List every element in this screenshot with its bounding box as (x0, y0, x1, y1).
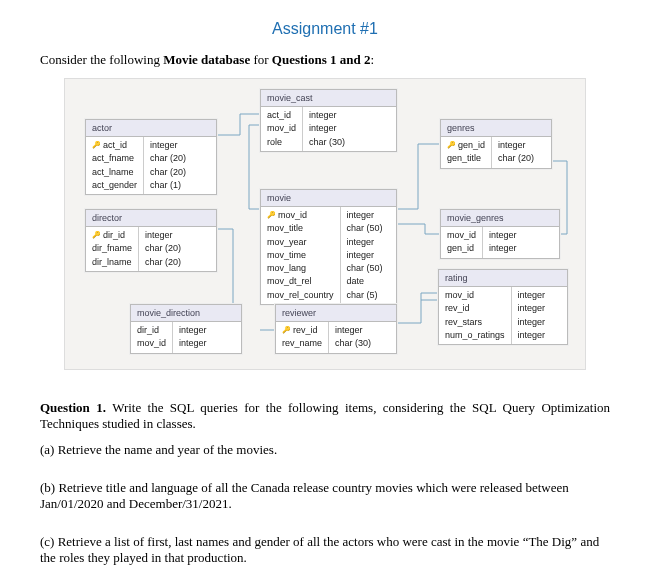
table-actor: actor act_id act_fname act_lname act_gen… (85, 119, 217, 195)
col-type: integer (329, 324, 377, 337)
table-title: actor (86, 120, 216, 137)
table-director: director dir_id dir_fname dir_lname inte… (85, 209, 217, 272)
col-type: char (20) (144, 152, 192, 165)
intro-prefix: Consider the following (40, 52, 163, 67)
intro-suffix: : (370, 52, 374, 67)
col-type: char (5) (341, 289, 389, 302)
col-type: integer (512, 329, 552, 342)
col-name: rev_stars (439, 316, 511, 329)
col-type: integer (492, 139, 540, 152)
col-name: mov_time (261, 249, 340, 262)
col-name: rev_name (276, 337, 328, 350)
col-name: mov_id (261, 209, 340, 222)
table-title: reviewer (276, 305, 396, 322)
col-type: integer (512, 316, 552, 329)
intro-text: Consider the following Movie database fo… (40, 52, 610, 68)
page-title: Assignment #1 (40, 20, 610, 38)
col-name: mov_id (441, 229, 482, 242)
col-type: integer (483, 242, 523, 255)
col-name: dir_id (131, 324, 172, 337)
table-movie: movie mov_id mov_title mov_year mov_time… (260, 189, 397, 305)
col-type: char (50) (341, 222, 389, 235)
question-1a: (a) Retrieve the name and year of the mo… (40, 442, 610, 458)
col-type: integer (341, 249, 389, 262)
col-type: char (30) (303, 136, 351, 149)
col-type: char (1) (144, 179, 192, 192)
col-type: integer (173, 337, 213, 350)
col-name: act_id (261, 109, 302, 122)
col-type: date (341, 275, 389, 288)
question-1c: (c) Retrieve a list of first, last names… (40, 534, 610, 566)
col-name: mov_rel_country (261, 289, 340, 302)
col-type: char (30) (329, 337, 377, 350)
col-name: rev_id (439, 302, 511, 315)
col-type: char (20) (492, 152, 540, 165)
table-title: director (86, 210, 216, 227)
table-title: movie_cast (261, 90, 396, 107)
table-genres: genres gen_id gen_title integer char (20… (440, 119, 552, 169)
col-type: char (50) (341, 262, 389, 275)
col-name: mov_id (261, 122, 302, 135)
col-name: dir_lname (86, 256, 138, 269)
col-name: gen_id (441, 139, 491, 152)
col-name: mov_title (261, 222, 340, 235)
col-name: act_lname (86, 166, 143, 179)
table-movie-direction: movie_direction dir_id mov_id integer in… (130, 304, 242, 354)
col-name: num_o_ratings (439, 329, 511, 342)
col-name: rev_id (276, 324, 328, 337)
table-movie-cast: movie_cast act_id mov_id role integer in… (260, 89, 397, 152)
table-title: genres (441, 120, 551, 137)
col-name: act_gender (86, 179, 143, 192)
col-type: integer (341, 209, 389, 222)
table-title: movie (261, 190, 396, 207)
col-type: char (20) (144, 166, 192, 179)
col-type: integer (139, 229, 187, 242)
col-name: gen_id (441, 242, 482, 255)
col-type: integer (512, 289, 552, 302)
table-title: movie_direction (131, 305, 241, 322)
table-rating: rating mov_id rev_id rev_stars num_o_rat… (438, 269, 568, 345)
intro-mid: for (250, 52, 272, 67)
col-type: char (20) (139, 242, 187, 255)
col-name: mov_dt_rel (261, 275, 340, 288)
col-name: mov_id (131, 337, 172, 350)
col-name: mov_id (439, 289, 511, 302)
er-diagram: actor act_id act_fname act_lname act_gen… (64, 78, 586, 370)
col-name: role (261, 136, 302, 149)
question-1-label: Question 1. (40, 400, 106, 415)
table-title: movie_genres (441, 210, 559, 227)
intro-bold-1: Movie database (163, 52, 250, 67)
intro-bold-2: Questions 1 and 2 (272, 52, 371, 67)
col-type: char (20) (139, 256, 187, 269)
table-reviewer: reviewer rev_id rev_name integer char (3… (275, 304, 397, 354)
col-type: integer (144, 139, 192, 152)
col-name: gen_title (441, 152, 491, 165)
question-1-text: Write the SQL queries for the following … (40, 400, 610, 431)
col-name: mov_year (261, 236, 340, 249)
col-name: dir_fname (86, 242, 138, 255)
col-type: integer (303, 109, 351, 122)
col-name: act_fname (86, 152, 143, 165)
col-name: dir_id (86, 229, 138, 242)
col-name: act_id (86, 139, 143, 152)
table-movie-genres: movie_genres mov_id gen_id integer integ… (440, 209, 560, 259)
col-type: integer (483, 229, 523, 242)
col-name: mov_lang (261, 262, 340, 275)
col-type: integer (341, 236, 389, 249)
col-type: integer (303, 122, 351, 135)
col-type: integer (173, 324, 213, 337)
col-type: integer (512, 302, 552, 315)
table-title: rating (439, 270, 567, 287)
question-1: Question 1. Write the SQL queries for th… (40, 400, 610, 432)
question-1b: (b) Retrieve title and language of all t… (40, 480, 610, 512)
